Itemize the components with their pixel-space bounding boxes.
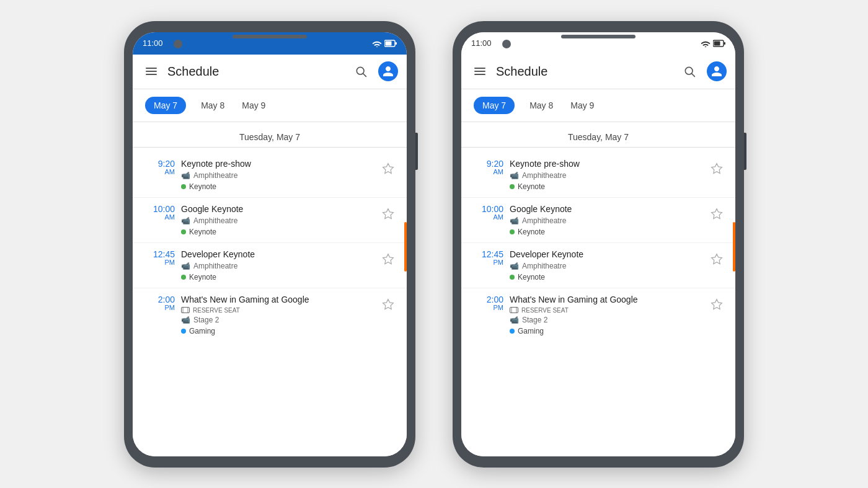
location-name: Stage 2 (522, 316, 547, 324)
session-location: 📹 Amphitheatre (181, 262, 373, 270)
star-button[interactable] (379, 160, 397, 177)
session-title: Keynote pre-show (510, 159, 702, 169)
session-tag: Keynote (181, 228, 373, 236)
time-period: PM (143, 259, 175, 266)
tag-label: Keynote (189, 228, 216, 236)
tag-label: Keynote (189, 273, 216, 282)
wifi-icon (701, 40, 711, 47)
svg-marker-19 (712, 163, 722, 173)
tag-dot (510, 229, 515, 234)
tag-label: Keynote (189, 182, 216, 191)
tag-dot (181, 329, 186, 334)
session-location: 📹 Amphitheatre (181, 216, 373, 225)
session-time: 9:20 AM (471, 159, 503, 176)
search-button[interactable] (350, 60, 372, 82)
session-title: Google Keynote (510, 204, 702, 214)
session-item: 9:20 AM Keynote pre-show 📹 Amphitheatre … (133, 153, 407, 197)
star-button[interactable] (379, 251, 397, 268)
location-name: Amphitheatre (522, 216, 566, 225)
hamburger-line (146, 68, 157, 69)
phone-screen-1: 11:00 (133, 32, 407, 456)
svg-marker-20 (712, 208, 722, 218)
time-hour: 2:00 (471, 295, 503, 305)
session-time: 2:00 PM (143, 295, 175, 312)
session-tag: Keynote (181, 182, 373, 191)
date-tabs: May 7 May 8 May 9 (461, 89, 735, 122)
avatar-button[interactable] (706, 60, 728, 82)
session-location: 📹 Stage 2 (181, 316, 373, 324)
schedule-content: Tuesday, May 7 9:20 AM Keynote pre-show … (133, 122, 407, 456)
time-period: AM (143, 169, 175, 175)
video-camera-icon: 📹 (181, 171, 190, 180)
session-time: 9:20 AM (143, 159, 175, 176)
star-button[interactable] (708, 160, 725, 177)
time-hour: 10:00 (471, 204, 503, 215)
wifi-icon (372, 40, 382, 47)
time-period: AM (471, 169, 503, 175)
session-title: Keynote pre-show (181, 159, 373, 169)
star-button[interactable] (708, 296, 725, 313)
status-icons (701, 40, 725, 47)
tab-may9[interactable]: May 9 (239, 97, 268, 114)
svg-rect-3 (386, 41, 392, 45)
session-item: 12:45 PM Developer Keynote 📹 Amphitheatr… (461, 242, 735, 288)
app-bar: Schedule (461, 55, 735, 89)
hamburger-line (474, 74, 485, 75)
status-time: 11:00 (471, 38, 492, 48)
video-camera-icon: 📹 (181, 316, 190, 324)
tag-label: Gaming (518, 327, 544, 335)
video-camera-icon: 📹 (181, 262, 190, 270)
star-button[interactable] (379, 205, 397, 223)
divider (461, 147, 735, 148)
session-time: 2:00 PM (471, 295, 503, 312)
session-item: 2:00 PM What's New in Gaming at Google R… (133, 288, 407, 342)
star-icon (711, 162, 723, 175)
hamburger-line (146, 74, 157, 75)
svg-rect-16 (714, 41, 720, 45)
star-icon (382, 162, 394, 175)
time-period: AM (471, 214, 503, 221)
svg-marker-25 (712, 299, 722, 309)
avatar-button[interactable] (377, 60, 399, 82)
star-button[interactable] (708, 251, 725, 268)
tag-label: Keynote (518, 273, 545, 282)
day-header: Tuesday, May 7 (461, 122, 735, 147)
session-details: Developer Keynote 📹 Amphitheatre Keynote (510, 249, 702, 282)
app-title: Schedule (167, 64, 345, 79)
location-name: Amphitheatre (193, 262, 237, 270)
reserve-seat-icon (181, 307, 190, 313)
star-button[interactable] (708, 205, 725, 223)
reserve-badge: RESERVE SEAT (510, 307, 702, 314)
tab-may7[interactable]: May 7 (145, 97, 186, 114)
tab-may8[interactable]: May 8 (198, 97, 227, 114)
schedule-content: Tuesday, May 7 9:20 AM Keynote pre-show … (461, 122, 735, 456)
reserve-label: RESERVE SEAT (193, 307, 240, 314)
tab-may9[interactable]: May 9 (568, 97, 596, 114)
hamburger-line (146, 71, 157, 72)
location-name: Amphitheatre (522, 262, 566, 270)
session-title: Developer Keynote (510, 249, 702, 259)
phone-camera (502, 40, 511, 48)
time-period: PM (471, 259, 503, 266)
tab-may8[interactable]: May 8 (527, 97, 556, 114)
session-location: 📹 Amphitheatre (181, 171, 373, 180)
star-button[interactable] (379, 296, 397, 313)
battery-icon (713, 40, 725, 47)
session-details: What's New in Gaming at Google RESERVE S… (181, 295, 373, 335)
time-hour: 9:20 (143, 159, 175, 169)
scroll-indicator (404, 222, 407, 272)
phone-device-2: 11:00 (453, 21, 744, 468)
session-details: Developer Keynote 📹 Amphitheatre Keynote (181, 249, 373, 282)
menu-button[interactable] (469, 60, 491, 82)
svg-marker-12 (383, 299, 394, 309)
search-icon (683, 65, 696, 78)
search-button[interactable] (678, 60, 701, 82)
menu-button[interactable] (140, 60, 162, 82)
session-time: 10:00 AM (471, 204, 503, 221)
time-hour: 12:45 (143, 249, 175, 260)
tab-may7[interactable]: May 7 (474, 97, 515, 114)
session-details: Keynote pre-show 📹 Amphitheatre Keynote (510, 159, 702, 191)
phone-side-button (744, 133, 746, 170)
session-item: 10:00 AM Google Keynote 📹 Amphitheatre K… (133, 197, 407, 242)
person-icon (382, 65, 394, 78)
